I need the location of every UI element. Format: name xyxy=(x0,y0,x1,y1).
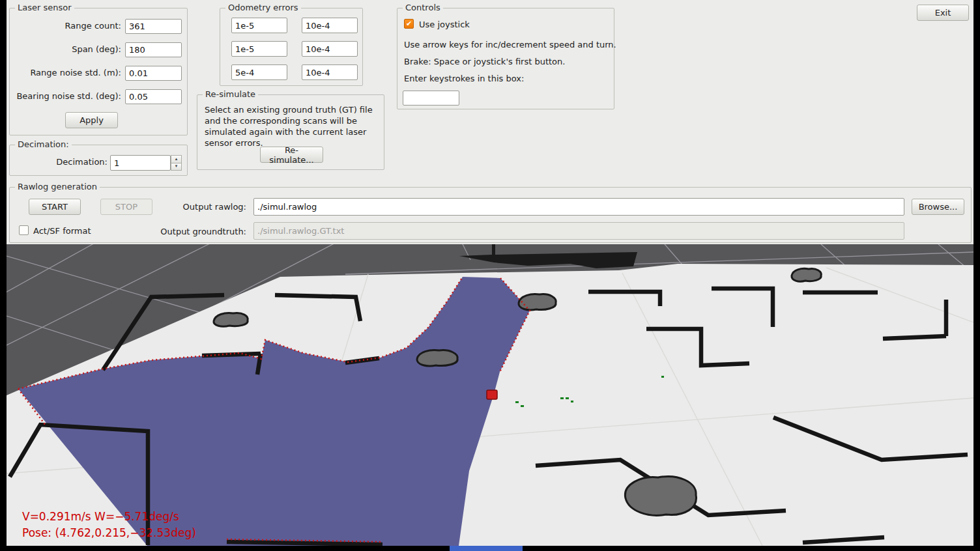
robot-marker xyxy=(487,390,497,399)
actsf-format-label: Act/SF format xyxy=(33,226,91,236)
start-button[interactable]: START xyxy=(29,199,81,215)
decimation-group-title: Decimation: xyxy=(15,139,72,149)
use-joystick-label: Use joystick xyxy=(419,20,470,29)
bearing-noise-label: Bearing noise std. (deg): xyxy=(14,91,121,101)
scene-canvas: V=0.291m/s W=−5.71deg/s Pose: (4.762,0.2… xyxy=(7,244,973,546)
browse-button[interactable]: Browse... xyxy=(912,199,964,215)
controls-group: Controls ✔ Use joystick Use arrow keys f… xyxy=(397,8,614,109)
letterbox-right xyxy=(973,0,980,551)
resimulate-description: Select an existing ground truth (GT) fil… xyxy=(205,104,379,148)
hud-pose-text: Pose: (4.762,0.215,−32.53deg) xyxy=(22,526,196,539)
controls-help-line-3: Enter keystrokes in this box: xyxy=(404,74,524,83)
apply-button[interactable]: Apply xyxy=(65,112,118,128)
actsf-format-checkbox[interactable] xyxy=(19,225,29,235)
odometry-error-input-2-1[interactable] xyxy=(302,64,358,80)
odometry-error-input-1-0[interactable] xyxy=(231,41,287,57)
laser-sensor-group: Laser sensor Range count: Span (deg): Ra… xyxy=(9,8,188,135)
obstacle-blob xyxy=(214,313,248,327)
range-noise-input[interactable] xyxy=(125,66,182,81)
simulator-window: Laser sensor Range count: Span (deg): Ra… xyxy=(7,0,973,546)
obstacle-blob xyxy=(792,268,821,281)
odometry-errors-group-title: Odometry errors xyxy=(225,3,301,12)
bottom-blue-strip xyxy=(450,546,523,551)
decimation-input[interactable] xyxy=(110,155,171,171)
range-count-input[interactable] xyxy=(125,19,182,34)
3d-viewport[interactable]: V=0.291m/s W=−5.71deg/s Pose: (4.762,0.2… xyxy=(7,244,973,546)
controls-help-line-2: Brake: Space or joystick's first button. xyxy=(404,57,565,66)
output-rawlog-label: Output rawlog: xyxy=(140,202,246,212)
obstacle-blob xyxy=(519,294,556,310)
letterbox-left xyxy=(0,0,7,551)
output-groundtruth-input xyxy=(253,222,904,240)
exit-button[interactable]: Exit xyxy=(917,5,969,21)
odometry-error-input-2-0[interactable] xyxy=(231,64,287,80)
resimulate-group-title: Re-simulate xyxy=(203,89,258,99)
bearing-noise-input[interactable] xyxy=(125,89,182,104)
span-deg-label: Span (deg): xyxy=(14,44,121,54)
control-panel: Laser sensor Range count: Span (deg): Ra… xyxy=(7,0,973,244)
resimulate-button[interactable]: Re-simulate... xyxy=(260,147,323,163)
laser-sensor-group-title: Laser sensor xyxy=(15,3,74,12)
rawlog-generation-group: Rawlog generation START STOP Output rawl… xyxy=(9,187,972,243)
span-deg-input[interactable] xyxy=(125,42,182,57)
bottom-black-strip xyxy=(0,546,980,551)
decimation-group: Decimation: Decimation: ▴ ▾ xyxy=(9,145,188,176)
spin-up-icon[interactable]: ▴ xyxy=(171,155,182,163)
keystroke-input[interactable] xyxy=(403,91,459,106)
obstacle-blob xyxy=(625,477,696,516)
controls-help-line-1: Use arrow keys for inc/decrement speed a… xyxy=(404,40,616,49)
output-rawlog-input[interactable] xyxy=(253,198,904,216)
output-groundtruth-label: Output groundtruth: xyxy=(140,227,246,236)
decimation-label: Decimation: xyxy=(14,157,108,167)
odometry-error-input-0-0[interactable] xyxy=(231,18,287,33)
spin-down-icon[interactable]: ▾ xyxy=(171,163,182,171)
rawlog-generation-group-title: Rawlog generation xyxy=(15,182,100,191)
use-joystick-checkbox[interactable]: ✔ xyxy=(404,19,414,29)
decimation-spinner[interactable]: ▴ ▾ xyxy=(110,155,182,171)
range-noise-label: Range noise std. (m): xyxy=(14,68,121,78)
odometry-error-input-0-1[interactable] xyxy=(302,18,358,33)
range-count-label: Range count: xyxy=(14,21,121,31)
check-icon: ✔ xyxy=(406,20,412,27)
odometry-error-input-1-1[interactable] xyxy=(302,41,358,57)
obstacle-blob xyxy=(417,350,457,366)
hud-velocity-text: V=0.291m/s W=−5.71deg/s xyxy=(22,510,179,523)
resimulate-group: Re-simulate Select an existing ground tr… xyxy=(197,94,384,170)
controls-group-title: Controls xyxy=(403,3,443,12)
odometry-errors-group: Odometry errors xyxy=(220,8,363,86)
